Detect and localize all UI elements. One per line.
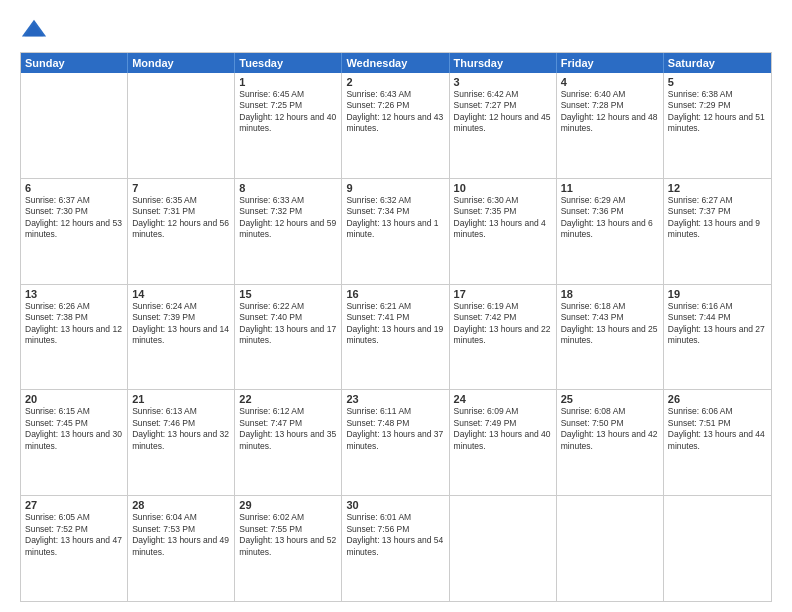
calendar-cell: 16Sunrise: 6:21 AM Sunset: 7:41 PM Dayli… — [342, 285, 449, 390]
day-number: 12 — [668, 182, 767, 194]
calendar-row: 13Sunrise: 6:26 AM Sunset: 7:38 PM Dayli… — [21, 284, 771, 390]
calendar-cell: 24Sunrise: 6:09 AM Sunset: 7:49 PM Dayli… — [450, 390, 557, 495]
calendar-header-row: SundayMondayTuesdayWednesdayThursdayFrid… — [21, 53, 771, 73]
sun-info: Sunrise: 6:04 AM Sunset: 7:53 PM Dayligh… — [132, 512, 230, 558]
sun-info: Sunrise: 6:18 AM Sunset: 7:43 PM Dayligh… — [561, 301, 659, 347]
day-number: 11 — [561, 182, 659, 194]
calendar-cell — [21, 73, 128, 178]
day-number: 24 — [454, 393, 552, 405]
sun-info: Sunrise: 6:15 AM Sunset: 7:45 PM Dayligh… — [25, 406, 123, 452]
sun-info: Sunrise: 6:12 AM Sunset: 7:47 PM Dayligh… — [239, 406, 337, 452]
sun-info: Sunrise: 6:33 AM Sunset: 7:32 PM Dayligh… — [239, 195, 337, 241]
calendar-cell: 20Sunrise: 6:15 AM Sunset: 7:45 PM Dayli… — [21, 390, 128, 495]
day-number: 10 — [454, 182, 552, 194]
day-number: 16 — [346, 288, 444, 300]
day-number: 17 — [454, 288, 552, 300]
calendar-cell: 5Sunrise: 6:38 AM Sunset: 7:29 PM Daylig… — [664, 73, 771, 178]
weekday-header: Sunday — [21, 53, 128, 73]
sun-info: Sunrise: 6:30 AM Sunset: 7:35 PM Dayligh… — [454, 195, 552, 241]
day-number: 26 — [668, 393, 767, 405]
calendar-cell: 8Sunrise: 6:33 AM Sunset: 7:32 PM Daylig… — [235, 179, 342, 284]
calendar-cell: 19Sunrise: 6:16 AM Sunset: 7:44 PM Dayli… — [664, 285, 771, 390]
day-number: 20 — [25, 393, 123, 405]
sun-info: Sunrise: 6:16 AM Sunset: 7:44 PM Dayligh… — [668, 301, 767, 347]
calendar-cell: 1Sunrise: 6:45 AM Sunset: 7:25 PM Daylig… — [235, 73, 342, 178]
day-number: 25 — [561, 393, 659, 405]
sun-info: Sunrise: 6:38 AM Sunset: 7:29 PM Dayligh… — [668, 89, 767, 135]
calendar-cell: 14Sunrise: 6:24 AM Sunset: 7:39 PM Dayli… — [128, 285, 235, 390]
calendar-cell: 4Sunrise: 6:40 AM Sunset: 7:28 PM Daylig… — [557, 73, 664, 178]
day-number: 21 — [132, 393, 230, 405]
weekday-header: Saturday — [664, 53, 771, 73]
calendar-row: 27Sunrise: 6:05 AM Sunset: 7:52 PM Dayli… — [21, 495, 771, 601]
sun-info: Sunrise: 6:35 AM Sunset: 7:31 PM Dayligh… — [132, 195, 230, 241]
calendar-cell: 6Sunrise: 6:37 AM Sunset: 7:30 PM Daylig… — [21, 179, 128, 284]
calendar-row: 20Sunrise: 6:15 AM Sunset: 7:45 PM Dayli… — [21, 389, 771, 495]
day-number: 15 — [239, 288, 337, 300]
sun-info: Sunrise: 6:02 AM Sunset: 7:55 PM Dayligh… — [239, 512, 337, 558]
day-number: 18 — [561, 288, 659, 300]
calendar-cell: 25Sunrise: 6:08 AM Sunset: 7:50 PM Dayli… — [557, 390, 664, 495]
day-number: 3 — [454, 76, 552, 88]
calendar-cell: 27Sunrise: 6:05 AM Sunset: 7:52 PM Dayli… — [21, 496, 128, 601]
day-number: 27 — [25, 499, 123, 511]
sun-info: Sunrise: 6:05 AM Sunset: 7:52 PM Dayligh… — [25, 512, 123, 558]
sun-info: Sunrise: 6:08 AM Sunset: 7:50 PM Dayligh… — [561, 406, 659, 452]
weekday-header: Wednesday — [342, 53, 449, 73]
header — [20, 16, 772, 44]
sun-info: Sunrise: 6:42 AM Sunset: 7:27 PM Dayligh… — [454, 89, 552, 135]
calendar-cell: 29Sunrise: 6:02 AM Sunset: 7:55 PM Dayli… — [235, 496, 342, 601]
day-number: 28 — [132, 499, 230, 511]
calendar: SundayMondayTuesdayWednesdayThursdayFrid… — [20, 52, 772, 602]
calendar-cell: 11Sunrise: 6:29 AM Sunset: 7:36 PM Dayli… — [557, 179, 664, 284]
weekday-header: Tuesday — [235, 53, 342, 73]
sun-info: Sunrise: 6:09 AM Sunset: 7:49 PM Dayligh… — [454, 406, 552, 452]
calendar-cell: 12Sunrise: 6:27 AM Sunset: 7:37 PM Dayli… — [664, 179, 771, 284]
day-number: 7 — [132, 182, 230, 194]
calendar-cell: 21Sunrise: 6:13 AM Sunset: 7:46 PM Dayli… — [128, 390, 235, 495]
logo-icon — [20, 16, 48, 44]
calendar-cell: 7Sunrise: 6:35 AM Sunset: 7:31 PM Daylig… — [128, 179, 235, 284]
day-number: 2 — [346, 76, 444, 88]
calendar-cell: 17Sunrise: 6:19 AM Sunset: 7:42 PM Dayli… — [450, 285, 557, 390]
sun-info: Sunrise: 6:40 AM Sunset: 7:28 PM Dayligh… — [561, 89, 659, 135]
calendar-cell — [128, 73, 235, 178]
sun-info: Sunrise: 6:45 AM Sunset: 7:25 PM Dayligh… — [239, 89, 337, 135]
weekday-header: Friday — [557, 53, 664, 73]
page: SundayMondayTuesdayWednesdayThursdayFrid… — [0, 0, 792, 612]
calendar-cell: 26Sunrise: 6:06 AM Sunset: 7:51 PM Dayli… — [664, 390, 771, 495]
calendar-cell: 2Sunrise: 6:43 AM Sunset: 7:26 PM Daylig… — [342, 73, 449, 178]
calendar-cell — [664, 496, 771, 601]
calendar-cell: 9Sunrise: 6:32 AM Sunset: 7:34 PM Daylig… — [342, 179, 449, 284]
sun-info: Sunrise: 6:06 AM Sunset: 7:51 PM Dayligh… — [668, 406, 767, 452]
calendar-cell: 18Sunrise: 6:18 AM Sunset: 7:43 PM Dayli… — [557, 285, 664, 390]
day-number: 19 — [668, 288, 767, 300]
sun-info: Sunrise: 6:29 AM Sunset: 7:36 PM Dayligh… — [561, 195, 659, 241]
logo — [20, 16, 52, 44]
day-number: 29 — [239, 499, 337, 511]
calendar-cell: 28Sunrise: 6:04 AM Sunset: 7:53 PM Dayli… — [128, 496, 235, 601]
calendar-cell: 3Sunrise: 6:42 AM Sunset: 7:27 PM Daylig… — [450, 73, 557, 178]
calendar-row: 6Sunrise: 6:37 AM Sunset: 7:30 PM Daylig… — [21, 178, 771, 284]
calendar-cell: 15Sunrise: 6:22 AM Sunset: 7:40 PM Dayli… — [235, 285, 342, 390]
day-number: 4 — [561, 76, 659, 88]
sun-info: Sunrise: 6:13 AM Sunset: 7:46 PM Dayligh… — [132, 406, 230, 452]
day-number: 13 — [25, 288, 123, 300]
sun-info: Sunrise: 6:32 AM Sunset: 7:34 PM Dayligh… — [346, 195, 444, 241]
calendar-body: 1Sunrise: 6:45 AM Sunset: 7:25 PM Daylig… — [21, 73, 771, 601]
sun-info: Sunrise: 6:01 AM Sunset: 7:56 PM Dayligh… — [346, 512, 444, 558]
sun-info: Sunrise: 6:21 AM Sunset: 7:41 PM Dayligh… — [346, 301, 444, 347]
sun-info: Sunrise: 6:24 AM Sunset: 7:39 PM Dayligh… — [132, 301, 230, 347]
day-number: 8 — [239, 182, 337, 194]
sun-info: Sunrise: 6:11 AM Sunset: 7:48 PM Dayligh… — [346, 406, 444, 452]
sun-info: Sunrise: 6:37 AM Sunset: 7:30 PM Dayligh… — [25, 195, 123, 241]
calendar-cell: 23Sunrise: 6:11 AM Sunset: 7:48 PM Dayli… — [342, 390, 449, 495]
sun-info: Sunrise: 6:19 AM Sunset: 7:42 PM Dayligh… — [454, 301, 552, 347]
calendar-row: 1Sunrise: 6:45 AM Sunset: 7:25 PM Daylig… — [21, 73, 771, 178]
day-number: 23 — [346, 393, 444, 405]
calendar-cell: 22Sunrise: 6:12 AM Sunset: 7:47 PM Dayli… — [235, 390, 342, 495]
day-number: 30 — [346, 499, 444, 511]
calendar-cell: 30Sunrise: 6:01 AM Sunset: 7:56 PM Dayli… — [342, 496, 449, 601]
calendar-cell: 13Sunrise: 6:26 AM Sunset: 7:38 PM Dayli… — [21, 285, 128, 390]
day-number: 1 — [239, 76, 337, 88]
